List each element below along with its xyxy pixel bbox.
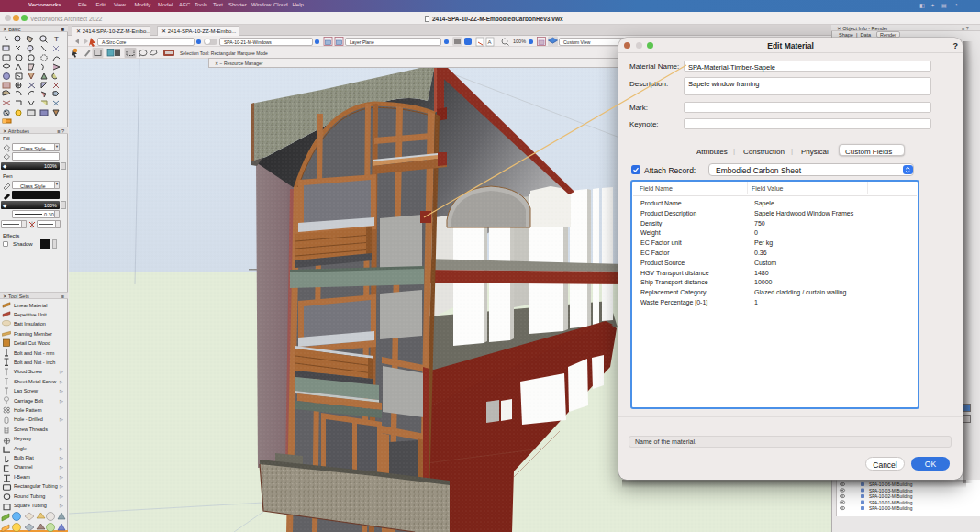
svg-text:▷: ▷ <box>60 369 63 374</box>
svg-text:SPA-10-01-M-Building: SPA-10-01-M-Building <box>869 501 913 505</box>
svg-text:Wood Screw: Wood Screw <box>14 369 42 374</box>
svg-text:▷: ▷ <box>60 503 63 508</box>
svg-text:A: A <box>488 39 492 45</box>
svg-text:Bulb Flat: Bulb Flat <box>14 455 34 460</box>
svg-text:▷: ▷ <box>60 455 63 460</box>
svg-text:Framing Member: Framing Member <box>14 331 52 337</box>
svg-text:Keyway: Keyway <box>14 436 32 441</box>
svg-text:Rectangular Tubing: Rectangular Tubing <box>14 483 58 489</box>
svg-text:▷: ▷ <box>60 493 63 499</box>
svg-text:Angle: Angle <box>14 446 27 451</box>
svg-text:T: T <box>54 35 59 43</box>
svg-text:Channel: Channel <box>14 464 33 470</box>
svg-text:Sheet Metal Screw: Sheet Metal Screw <box>14 379 56 384</box>
svg-text:Batt Insulation: Batt Insulation <box>14 321 46 327</box>
svg-text:Linear Material: Linear Material <box>14 303 47 308</box>
svg-text:Hole - Drilled: Hole - Drilled <box>14 416 43 422</box>
svg-text:▷: ▷ <box>60 464 63 470</box>
svg-text:▷: ▷ <box>60 416 63 422</box>
svg-text:▷: ▷ <box>60 379 63 384</box>
svg-text:Bolt and Nut - inch: Bolt and Nut - inch <box>14 360 55 365</box>
svg-text:▷: ▷ <box>60 446 63 451</box>
svg-text:▷: ▷ <box>60 388 63 393</box>
svg-text:Repetitive Unit: Repetitive Unit <box>14 312 47 317</box>
svg-text:Round Tubing: Round Tubing <box>14 493 45 499</box>
svg-text:▷: ▷ <box>60 398 63 404</box>
svg-text:SPA-10-00-M-Building: SPA-10-00-M-Building <box>869 506 913 511</box>
svg-text:SPA-10-03-M-Building: SPA-10-03-M-Building <box>869 489 913 493</box>
svg-text:Square Tubing: Square Tubing <box>14 503 47 508</box>
svg-text:I-Beam: I-Beam <box>14 474 30 480</box>
svg-text:Detail Cut Wood: Detail Cut Wood <box>14 340 50 346</box>
svg-text:SPA-10-02-M-Building: SPA-10-02-M-Building <box>869 494 913 499</box>
svg-text:▷: ▷ <box>60 483 63 489</box>
svg-text:Screw Threads: Screw Threads <box>14 427 48 432</box>
svg-text:▷: ▷ <box>60 474 63 480</box>
svg-text:Bolt and Nut - mm: Bolt and Nut - mm <box>14 350 55 356</box>
svg-text:Hole Pattern: Hole Pattern <box>14 407 42 413</box>
svg-text:Carriage Bolt: Carriage Bolt <box>14 398 44 404</box>
svg-text:Lag Screw: Lag Screw <box>14 388 38 393</box>
